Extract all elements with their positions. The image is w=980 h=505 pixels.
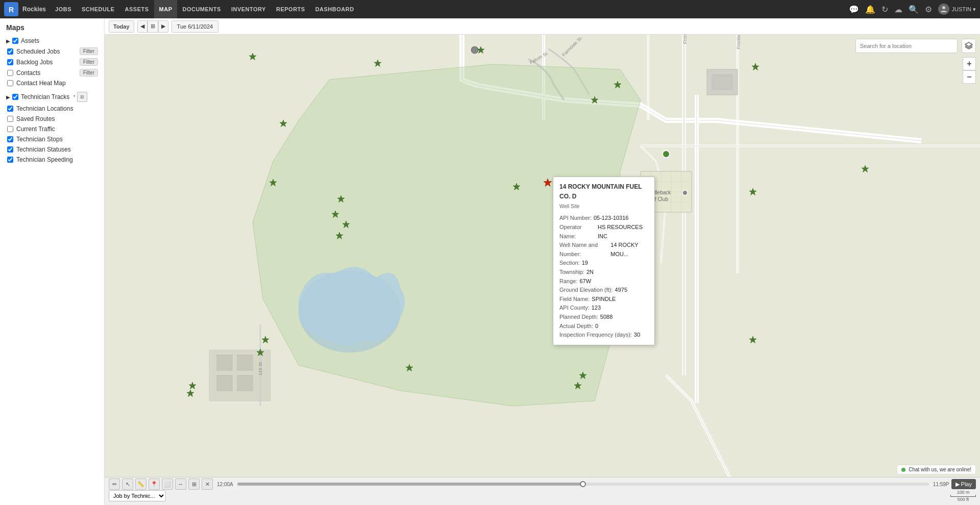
marker-9[interactable]	[279, 119, 287, 128]
select-icon[interactable]: ↖	[122, 478, 133, 490]
chat-icon[interactable]: 💬	[849, 5, 859, 14]
sidebar-section-tech-tracks-header[interactable]: ▶ Technician Tracks * ⊞	[0, 90, 104, 104]
adjust-icon[interactable]: ⊞	[188, 478, 200, 490]
current-traffic-checkbox[interactable]	[7, 126, 13, 132]
marker-18[interactable]	[512, 183, 521, 191]
prev-btn[interactable]: ◀	[137, 20, 148, 33]
grid-btn[interactable]: ⊞	[148, 20, 158, 33]
marker-10[interactable]	[269, 179, 277, 187]
timeline-start-label: 12:00A	[217, 482, 233, 487]
contacts-filter-btn[interactable]: Filter	[80, 69, 98, 77]
sidebar-item-contacts[interactable]: Contacts Filter	[0, 67, 104, 78]
contacts-checkbox[interactable]	[7, 70, 13, 76]
scheduled-jobs-filter-btn[interactable]: Filter	[80, 47, 98, 55]
area-icon[interactable]: ⬜	[162, 478, 173, 490]
marker-14[interactable]	[335, 232, 344, 240]
tech-tracks-grid-btn[interactable]: ⊞	[77, 92, 87, 102]
search-icon[interactable]: 🔍	[909, 5, 919, 14]
nav-map[interactable]: MAP	[154, 0, 178, 18]
refresh-icon[interactable]: ↻	[881, 5, 888, 14]
settings-icon[interactable]: ⚙	[925, 5, 932, 14]
nav-reports[interactable]: REPORTS	[271, 0, 310, 18]
marker-21[interactable]	[574, 382, 582, 390]
today-btn[interactable]: Today	[109, 20, 134, 33]
sidebar-section-assets-header[interactable]: ▶ Assets	[0, 36, 104, 46]
popup-row-0: API Number: 05-123-10316	[559, 214, 648, 223]
marker-15[interactable]	[261, 336, 270, 344]
cloud-icon[interactable]: ☁	[894, 5, 902, 14]
marker-25[interactable]	[186, 389, 194, 397]
marker-8[interactable]	[861, 165, 869, 173]
backlog-jobs-checkbox[interactable]	[7, 59, 13, 65]
nav-documents[interactable]: DOCUMENTS	[177, 0, 226, 18]
marker-17[interactable]	[405, 364, 413, 372]
marker-23[interactable]	[749, 336, 757, 344]
map-background: Falcon St. Farmdale St. 115 Alright... F…	[105, 18, 980, 505]
nav-inventory[interactable]: INVENTORY	[226, 0, 271, 18]
svg-point-64	[663, 150, 670, 158]
marker-4[interactable]	[477, 46, 485, 54]
popup-label-9: Planned Depth:	[559, 313, 598, 322]
sidebar-item-scheduled-jobs[interactable]: Scheduled Jobs Filter	[0, 46, 104, 57]
tech-statuses-checkbox[interactable]	[7, 146, 13, 153]
tech-locations-checkbox[interactable]	[7, 106, 13, 112]
ruler-icon[interactable]: 📏	[135, 478, 146, 490]
marker-5[interactable]	[614, 81, 622, 89]
marker-13[interactable]	[342, 220, 350, 229]
zoom-in-btn[interactable]: +	[963, 57, 976, 70]
map-container[interactable]: Falcon St. Farmdale St. 115 Alright... F…	[105, 18, 980, 505]
contact-heat-map-checkbox[interactable]	[7, 80, 13, 86]
timeline-track[interactable]	[237, 483, 929, 486]
sidebar-item-contact-heat-map[interactable]: Contact Heat Map	[0, 78, 104, 88]
marker-7[interactable]	[751, 63, 760, 71]
sidebar-item-tech-statuses[interactable]: Technician Statuses	[0, 144, 104, 155]
marker-12[interactable]	[331, 210, 339, 218]
delete-icon[interactable]: ✕	[202, 478, 213, 490]
bell-icon[interactable]: 🔔	[865, 5, 875, 14]
job-by-tech-dropdown[interactable]: Job by Technic...	[109, 490, 166, 501]
timeline-fill	[237, 483, 583, 486]
marker-11[interactable]	[337, 195, 345, 203]
tech-location-marker[interactable]	[662, 149, 671, 159]
play-btn[interactable]: ▶ Play	[951, 479, 976, 489]
svg-rect-21	[217, 355, 232, 370]
tech-tracks-checkbox[interactable]	[12, 94, 18, 100]
sidebar-item-saved-routes[interactable]: Saved Routes	[0, 114, 104, 124]
sidebar-title: Maps	[0, 18, 104, 35]
assets-checkbox[interactable]	[12, 38, 18, 44]
map-search-input[interactable]	[855, 39, 958, 53]
nav-dashboard[interactable]: DASHBOARD	[310, 0, 359, 18]
marker-24[interactable]	[188, 382, 197, 390]
sidebar-item-backlog-jobs[interactable]: Backlog Jobs Filter	[0, 57, 104, 67]
nav-assets[interactable]: ASSETS	[120, 0, 154, 18]
assets-checkbox-label[interactable]: Assets	[12, 37, 39, 44]
saved-routes-checkbox[interactable]	[7, 116, 13, 122]
pencil-icon[interactable]: ✏	[109, 478, 120, 490]
tech-speeding-checkbox[interactable]	[7, 157, 13, 163]
marker-16[interactable]	[256, 348, 264, 357]
marker-2[interactable]	[374, 59, 382, 67]
marker-1[interactable]	[249, 53, 257, 61]
marker-6[interactable]	[591, 96, 599, 104]
next-btn[interactable]: ▶	[158, 20, 168, 33]
timeline-thumb[interactable]	[580, 481, 586, 487]
zoom-out-btn[interactable]: −	[963, 70, 976, 84]
marker-22[interactable]	[749, 188, 757, 196]
marker-20[interactable]	[579, 371, 587, 380]
tech-stops-checkbox[interactable]	[7, 136, 13, 142]
nav-jobs[interactable]: JOBS	[50, 0, 77, 18]
backlog-jobs-filter-btn[interactable]: Filter	[80, 58, 98, 66]
nav-schedule[interactable]: SCHEDULE	[77, 0, 120, 18]
sidebar-item-current-traffic[interactable]: Current Traffic	[0, 124, 104, 134]
chat-bubble[interactable]: Chat with us, we are online!	[897, 465, 976, 474]
backlog-jobs-label: Backlog Jobs	[16, 59, 53, 66]
user-menu[interactable]: JUSTIN ▾	[938, 4, 976, 15]
layers-btn[interactable]	[962, 39, 976, 53]
tech-tracks-checkbox-label[interactable]: Technician Tracks *	[12, 93, 75, 100]
sidebar-item-tech-stops[interactable]: Technician Stops	[0, 134, 104, 144]
distance-icon[interactable]: ↔	[175, 478, 186, 490]
sidebar-item-tech-locations[interactable]: Technician Locations	[0, 104, 104, 114]
scheduled-jobs-checkbox[interactable]	[7, 48, 13, 55]
sidebar-item-tech-speeding[interactable]: Technician Speeding	[0, 155, 104, 165]
pin-icon[interactable]: 📍	[149, 478, 160, 490]
